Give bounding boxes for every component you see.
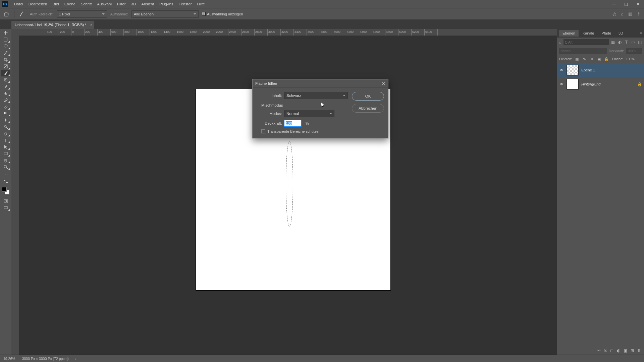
window-maximize[interactable]: ▢ (620, 2, 632, 6)
layer-row[interactable]: 👁 Ebene 1 (557, 63, 644, 77)
tool-eraser[interactable] (1, 103, 10, 110)
layer-name[interactable]: Hintergrund (581, 82, 600, 86)
tool-frame[interactable] (1, 63, 10, 70)
new-layer-icon[interactable]: ⊞ (631, 348, 634, 353)
tool-more[interactable]: ⋯ (1, 172, 10, 178)
aufn-bereich-select[interactable]: 1 Pixel (57, 10, 107, 18)
menu-datei[interactable]: Datei (11, 2, 26, 6)
lock-position-icon[interactable]: ✥ (589, 57, 594, 61)
tool-marquee[interactable] (1, 36, 10, 43)
tool-gradient[interactable] (1, 110, 10, 117)
search-icon[interactable]: ⌕ (621, 11, 624, 16)
delete-layer-icon[interactable]: 🗑 (637, 348, 641, 353)
transparent-protect-checkbox[interactable]: Transparente Bereiche schützen (257, 129, 348, 133)
tool-history-brush[interactable] (1, 97, 10, 103)
menu-ebene[interactable]: Ebene (62, 2, 78, 6)
current-tool-icon[interactable] (18, 11, 26, 17)
tool-type[interactable]: T (1, 137, 10, 143)
ok-button[interactable]: OK (352, 92, 384, 101)
zoom-level[interactable]: 19,26% (3, 357, 15, 361)
blend-mode-select[interactable]: Normal (559, 48, 607, 54)
menu-bild[interactable]: Bild (50, 2, 61, 6)
panel-menu-icon[interactable]: ≡ (640, 31, 644, 35)
cloud-icon[interactable]: ◎ (612, 11, 616, 16)
tool-blur[interactable] (1, 117, 10, 123)
dialog-titlebar[interactable]: Fläche füllen ✕ (253, 79, 388, 88)
menu-bearbeiten[interactable]: Bearbeiten (26, 2, 50, 6)
layer-thumbnail[interactable] (567, 79, 579, 89)
menu-filter[interactable]: Filter (114, 2, 128, 6)
group-icon[interactable]: ▣ (624, 348, 627, 353)
tab-ebenen[interactable]: Ebenen (559, 30, 579, 37)
lock-icon[interactable]: 🔒 (637, 82, 642, 86)
filter-shape-icon[interactable]: ▭ (631, 40, 635, 45)
ruler-horizontal[interactable]: -400-20002004006008001000120014001600180… (19, 29, 557, 36)
menu-ansicht[interactable]: Ansicht (139, 2, 157, 6)
layer-name[interactable]: Ebene 1 (581, 68, 595, 72)
close-icon[interactable]: ✕ (382, 81, 385, 86)
tool-brush[interactable] (1, 83, 10, 90)
link-layers-icon[interactable]: ⚯ (597, 348, 600, 353)
tool-dodge[interactable] (1, 123, 10, 130)
menu-plugins[interactable]: Plug-ins (157, 2, 176, 6)
menu-hilfe[interactable]: Hilfe (195, 2, 208, 6)
modus-select[interactable]: Normal (284, 110, 334, 117)
document-tab[interactable]: Unbenannt-1 bei 19,3% (Ebene 1, RGB/8) *… (11, 21, 94, 29)
window-minimize[interactable]: — (608, 2, 620, 6)
tool-magic-wand[interactable] (1, 50, 10, 56)
home-icon[interactable] (2, 11, 11, 17)
tool-lasso[interactable] (1, 43, 10, 50)
auswahlring-checkbox[interactable]: ✓ Auswahlring anzeigen (202, 12, 243, 16)
ruler-vertical[interactable] (11, 29, 19, 355)
menu-fenster[interactable]: Fenster (176, 2, 195, 6)
quick-mask-icon[interactable] (1, 198, 10, 204)
tool-rectangle[interactable] (1, 150, 10, 157)
tool-clone-stamp[interactable] (1, 90, 10, 97)
aufnahme-select[interactable]: Alle Ebenen (131, 10, 199, 18)
share-icon[interactable]: ⇪ (637, 11, 641, 16)
deckkraft-input[interactable]: 100 (284, 120, 302, 127)
tool-pen[interactable] (1, 130, 10, 137)
tool-healing[interactable] (1, 76, 10, 83)
lock-pixels-icon[interactable]: ▦ (575, 57, 579, 61)
status-more-icon[interactable]: › (75, 357, 77, 361)
layer-mask-icon[interactable]: ◻ (610, 348, 613, 353)
menu-auswahl[interactable]: Auswahl (95, 2, 114, 6)
tool-zoom[interactable] (1, 164, 10, 170)
tool-path-select[interactable] (1, 143, 10, 150)
close-icon[interactable]: × (90, 23, 92, 27)
layer-filter-input[interactable] (564, 39, 609, 45)
visibility-icon[interactable]: 👁 (559, 82, 564, 86)
layer-style-icon[interactable]: fx (604, 348, 607, 353)
tab-3d[interactable]: 3D (615, 30, 627, 37)
filter-smart-icon[interactable]: ◫ (637, 40, 642, 45)
filter-type-icon[interactable]: T (624, 40, 629, 45)
cancel-button[interactable]: Abbrechen (352, 104, 384, 113)
window-close[interactable]: ✕ (632, 2, 644, 6)
tab-pfade[interactable]: Pfade (598, 30, 614, 37)
layer-row[interactable]: 👁 Hintergrund 🔒 (557, 77, 644, 91)
lock-paint-icon[interactable]: ✎ (582, 57, 587, 61)
doc-size[interactable]: 3000 Px × 3000 Px (72 ppcm) (22, 357, 69, 361)
filter-pixel-icon[interactable]: ▦ (611, 40, 615, 45)
lock-artboard-icon[interactable]: ▣ (597, 57, 601, 61)
menu-3d[interactable]: 3D (128, 2, 139, 6)
adjustment-layer-icon[interactable]: ◐ (617, 348, 620, 353)
color-swatches[interactable] (2, 187, 9, 194)
opacity-value[interactable]: 100% (626, 48, 642, 54)
menu-schrift[interactable]: Schrift (78, 2, 95, 6)
lock-all-icon[interactable]: 🔒 (604, 57, 609, 61)
tool-crop[interactable] (1, 56, 10, 63)
layer-thumbnail[interactable] (567, 65, 579, 75)
visibility-icon[interactable]: 👁 (559, 68, 564, 72)
fill-value[interactable]: 100% (626, 57, 642, 61)
canvas-area[interactable]: -400-20002004006008001000120014001600180… (11, 29, 557, 355)
workspace-icon[interactable]: ▥ (628, 11, 632, 16)
filter-adjust-icon[interactable]: ◐ (618, 40, 622, 45)
inhalt-select[interactable]: Schwarz (284, 92, 348, 99)
tab-kanaele[interactable]: Kanäle (579, 30, 597, 37)
screen-mode-icon[interactable] (1, 204, 10, 211)
tool-move[interactable] (1, 29, 10, 36)
tool-hand[interactable] (1, 157, 10, 164)
tool-eyedropper[interactable] (1, 70, 10, 76)
